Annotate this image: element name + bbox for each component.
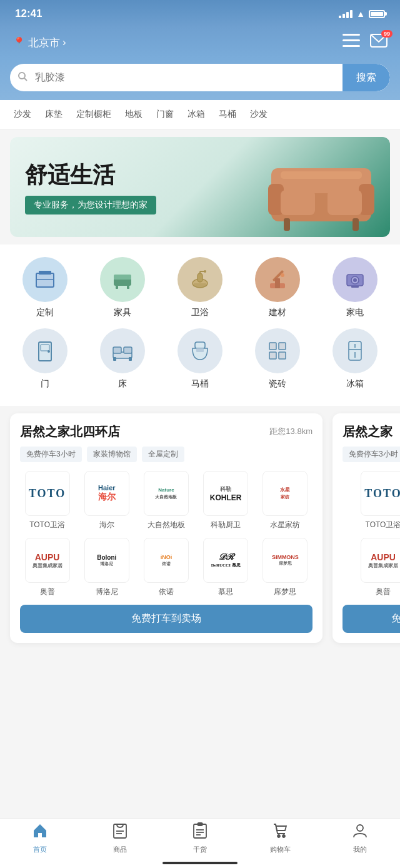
brand-aupu-2[interactable]: AUPU 奥普集成家居 奥普: [342, 538, 400, 597]
search-icon: [10, 71, 35, 84]
location-selector[interactable]: 📍 北京市 ›: [12, 36, 66, 50]
nav-home-label: 首页: [33, 845, 47, 854]
nav-home[interactable]: 首页: [0, 819, 80, 858]
svg-rect-13: [352, 218, 359, 231]
search-box: 搜索: [10, 64, 390, 91]
svg-rect-1: [342, 39, 360, 41]
brand-kohler[interactable]: 科勒 KOHLER 科勒厨卫: [199, 471, 253, 530]
store-tag-parking: 免费停车3小时: [20, 447, 82, 462]
svg-point-4: [19, 73, 25, 79]
category-building[interactable]: 建材: [246, 257, 309, 318]
brand-boloni-logo: Boloni 博洛尼: [84, 538, 129, 583]
category-toilet[interactable]: 马桶: [169, 328, 231, 390]
status-icons: ▲: [339, 9, 385, 19]
brand-nature[interactable]: Nature 大自然地板 大自然地板: [139, 471, 193, 530]
brand-simmons[interactable]: SIMMONS 席梦思 席梦思: [258, 538, 312, 597]
svg-rect-48: [279, 352, 286, 359]
svg-rect-11: [328, 190, 362, 215]
chip-toilet[interactable]: 马桶: [215, 106, 240, 123]
svg-rect-0: [342, 34, 360, 36]
store-name-2: 居然之家: [342, 423, 392, 440]
wifi-icon: ▲: [356, 9, 365, 19]
search-input[interactable]: [35, 72, 342, 83]
category-appliance[interactable]: 家电: [324, 257, 386, 318]
store-distance-1: 距您13.8km: [269, 426, 312, 437]
chip-sofa1[interactable]: 沙发: [10, 106, 35, 123]
category-bathroom[interactable]: 卫浴: [169, 257, 231, 318]
brand-mercury[interactable]: 水星 家纺 水星家纺: [258, 471, 312, 530]
chip-floor[interactable]: 地板: [121, 106, 146, 123]
banner[interactable]: 舒适生活 专业服务，为您设计理想的家: [10, 137, 390, 237]
location-arrow: ›: [62, 36, 66, 49]
svg-point-33: [353, 278, 357, 282]
brand-toto-2-logo: TOTO: [361, 471, 400, 516]
category-furniture[interactable]: 家具: [91, 257, 154, 318]
nav-dry-goods[interactable]: 干货: [160, 819, 240, 858]
category-fridge[interactable]: 冰箱: [324, 328, 386, 390]
chip-fridge[interactable]: 冰箱: [184, 106, 209, 123]
mail-button[interactable]: 99: [370, 34, 388, 51]
brand-haier[interactable]: Haier 海尔 海尔: [79, 471, 134, 530]
home-icon: [32, 822, 48, 842]
brand-grid-2b: AUPU 奥普集成家居 奥普: [342, 538, 400, 597]
svg-point-61: [278, 835, 280, 837]
nav-products[interactable]: 商品: [80, 819, 160, 858]
svg-rect-56: [194, 824, 206, 838]
brand-toto[interactable]: TOTO TOTO卫浴: [20, 471, 74, 530]
svg-rect-10: [281, 190, 315, 215]
store-card-2: 居然之家 免费停车3小时 TOTO TOTO卫浴 Haier 海尔 海尔: [332, 413, 400, 643]
brand-aupu[interactable]: AUPU 奥普集成家居 奥普: [20, 538, 74, 597]
nav-mine-label: 我的: [353, 845, 367, 854]
category-bed[interactable]: 床: [91, 328, 154, 390]
store-tag-parking-2: 免费停车3小时: [342, 447, 400, 462]
visit-button-2[interactable]: 免费打车到卖场: [342, 605, 400, 633]
category-custom-label: 定制: [36, 307, 54, 318]
chip-window[interactable]: 门窗: [152, 106, 178, 123]
svg-rect-46: [279, 343, 286, 350]
menu-button[interactable]: [342, 34, 360, 51]
brand-boloni[interactable]: Boloni 博洛尼 博洛尼: [79, 538, 134, 597]
brand-haier-name: 海尔: [99, 520, 114, 530]
brand-inoi-name: 依诺: [159, 587, 174, 597]
nav-cart[interactable]: 购物车: [240, 819, 320, 858]
chip-mattress[interactable]: 床垫: [41, 106, 66, 123]
brand-aupu-2-name: 奥普: [376, 587, 391, 597]
brand-aupu-name: 奥普: [40, 587, 55, 597]
search-area: 搜索: [0, 59, 400, 100]
category-fridge-icon: [332, 328, 378, 373]
svg-rect-14: [281, 171, 362, 179]
dry-goods-icon: [192, 822, 208, 842]
nav-mine[interactable]: 我的: [320, 819, 400, 858]
brand-boloni-name: 博洛尼: [96, 587, 118, 597]
chip-cabinet[interactable]: 定制橱柜: [72, 106, 115, 123]
category-toilet-icon: [178, 328, 222, 373]
categories-row2: 门 床 马桶: [0, 328, 400, 400]
brand-inoi[interactable]: iNOi 依诺 依诺: [139, 538, 193, 597]
status-time: 12:41: [15, 8, 42, 20]
brand-toto-2[interactable]: TOTO TOTO卫浴: [342, 471, 400, 530]
svg-rect-16: [39, 271, 51, 275]
search-button[interactable]: 搜索: [342, 64, 390, 91]
visit-button-1[interactable]: 免费打车到卖场: [20, 605, 312, 633]
status-bar: 12:41 ▲: [0, 0, 400, 28]
brand-kohler-logo: 科勒 KOHLER: [203, 471, 248, 516]
chip-sofa2[interactable]: 沙发: [246, 106, 271, 123]
category-custom[interactable]: 定制: [14, 257, 76, 318]
brand-simmons-logo: SIMMONS 席梦思: [262, 538, 308, 583]
category-furniture-label: 家具: [114, 307, 131, 318]
brand-simmons-name: 席梦思: [274, 587, 296, 597]
brand-derucci[interactable]: 𝒟ℛ DeRUCCI 慕思 慕思: [199, 538, 253, 597]
location-pin-icon: 📍: [12, 36, 26, 49]
products-icon: [112, 822, 128, 842]
svg-rect-20: [116, 286, 118, 289]
svg-rect-15: [36, 273, 54, 287]
store-tag-custom: 全屋定制: [142, 447, 184, 462]
brand-mercury-name: 水星家纺: [270, 520, 300, 530]
svg-rect-42: [129, 357, 132, 361]
category-door-label: 门: [41, 378, 49, 390]
banner-sofa-image: [265, 156, 378, 237]
category-tile[interactable]: 瓷砖: [246, 328, 309, 390]
category-tile-label: 瓷砖: [269, 378, 286, 390]
category-door[interactable]: 门: [14, 328, 76, 390]
chips-area: 沙发 床垫 定制橱柜 地板 门窗 冰箱 马桶 沙发: [0, 100, 400, 129]
